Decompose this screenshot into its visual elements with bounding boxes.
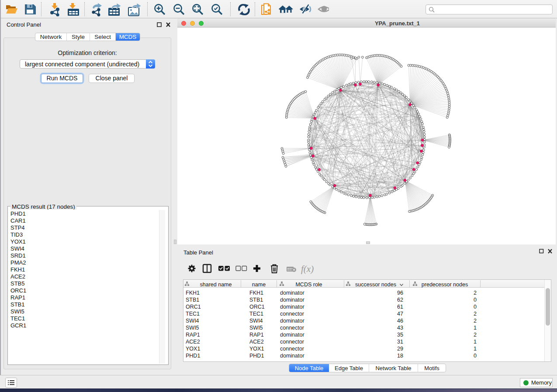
svg-text:f(x): f(x) [301, 264, 314, 274]
